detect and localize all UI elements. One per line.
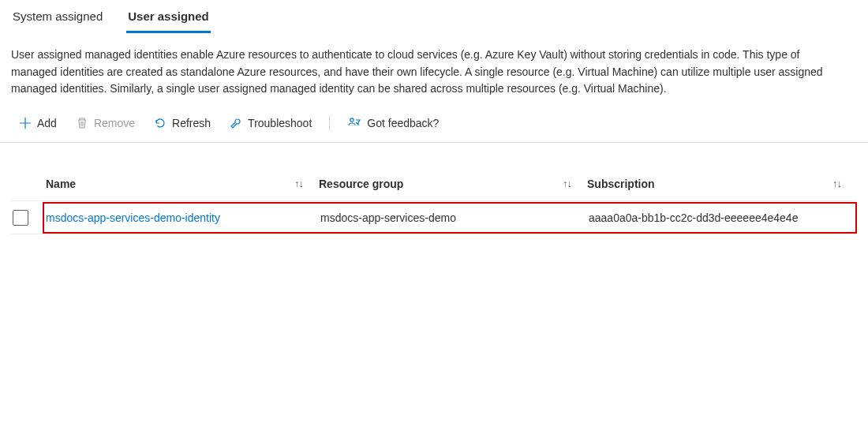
toolbar: Add Remove Refresh Troubleshoot Got feed… xyxy=(0,112,868,143)
tab-system-assigned[interactable]: System assigned xyxy=(11,0,104,33)
cell-subscription: aaaa0a0a-bb1b-cc2c-dd3d-eeeeee4e4e4e xyxy=(589,211,855,224)
remove-label: Remove xyxy=(94,117,135,129)
sort-icon: ↑↓ xyxy=(563,178,571,189)
identities-table: Name ↑↓ Resource group ↑↓ Subscription ↑… xyxy=(0,166,868,234)
refresh-label: Refresh xyxy=(172,117,211,129)
sort-icon: ↑↓ xyxy=(832,178,841,189)
sort-icon: ↑↓ xyxy=(294,178,303,189)
refresh-button[interactable]: Refresh xyxy=(146,113,219,133)
refresh-icon xyxy=(154,117,166,129)
svg-point-0 xyxy=(350,118,354,122)
column-header-subscription[interactable]: Subscription ↑↓ xyxy=(587,178,857,190)
remove-button: Remove xyxy=(68,113,143,133)
identity-sub-text: aaaa0a0a-bb1b-cc2c-dd3d-eeeeee4e4e4e xyxy=(589,211,798,224)
trash-icon xyxy=(76,117,88,129)
cell-resource-group: msdocs-app-services-demo xyxy=(320,211,589,224)
feedback-icon xyxy=(347,116,361,130)
add-label: Add xyxy=(37,117,57,129)
cell-name: msdocs-app-services-demo-identity xyxy=(44,211,320,224)
table-row[interactable]: msdocs-app-services-demo-identity msdocs… xyxy=(11,201,857,234)
wrench-icon xyxy=(230,117,242,129)
tab-user-assigned[interactable]: User assigned xyxy=(126,0,211,33)
row-checkbox-col xyxy=(11,210,43,226)
column-header-name[interactable]: Name ↑↓ xyxy=(43,178,319,190)
column-rg-label: Resource group xyxy=(319,178,403,190)
column-name-label: Name xyxy=(46,178,76,190)
table-header-row: Name ↑↓ Resource group ↑↓ Subscription ↑… xyxy=(11,166,857,201)
toolbar-separator xyxy=(329,115,330,131)
column-header-resource-group[interactable]: Resource group ↑↓ xyxy=(319,178,587,190)
troubleshoot-button[interactable]: Troubleshoot xyxy=(222,113,320,133)
add-button[interactable]: Add xyxy=(11,113,65,133)
identity-rg-text: msdocs-app-services-demo xyxy=(320,211,456,224)
tabs: System assigned User assigned xyxy=(0,0,868,34)
identity-name-link[interactable]: msdocs-app-services-demo-identity xyxy=(46,211,220,224)
feedback-label: Got feedback? xyxy=(367,117,439,129)
feedback-button[interactable]: Got feedback? xyxy=(339,112,447,134)
description-text: User assigned managed identities enable … xyxy=(0,34,852,112)
row-highlight: msdocs-app-services-demo-identity msdocs… xyxy=(43,202,857,234)
row-checkbox[interactable] xyxy=(13,210,28,226)
plus-icon xyxy=(19,117,32,129)
column-sub-label: Subscription xyxy=(587,178,655,190)
troubleshoot-label: Troubleshoot xyxy=(248,117,312,129)
